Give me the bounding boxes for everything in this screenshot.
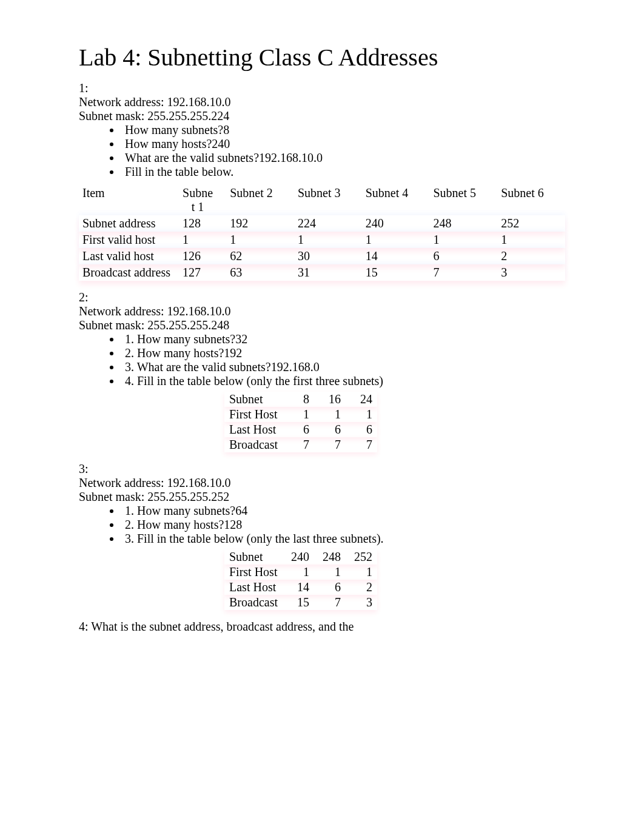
cell: Subnet — [224, 392, 283, 407]
q1-network-address: Network address: 192.168.10.0 — [79, 95, 565, 109]
cell: 7 — [346, 437, 377, 452]
cell: 240 — [283, 549, 314, 565]
q2-bullet-valid: 3. What are the valid subnets?192.168.0 — [121, 360, 565, 374]
cell: First Host — [224, 407, 283, 422]
cell: 1 — [362, 232, 430, 248]
cell: Broadcast address — [79, 264, 179, 281]
q3-bullet-subnets: 1. How many subnets?64 — [121, 504, 565, 518]
cell: 1 — [294, 232, 362, 248]
table-row: Subnet address 128 192 224 240 248 252 — [79, 215, 565, 232]
cell: 1 — [497, 232, 565, 248]
cell: 248 — [429, 215, 497, 232]
cell: 14 — [283, 580, 314, 595]
q2-bullet-hosts: 2. How many hosts?192 — [121, 346, 565, 360]
cell: 192 — [226, 215, 294, 232]
cell: 7 — [314, 437, 346, 452]
cell: 16 — [314, 392, 346, 407]
q4-text: 4: What is the subnet address, broadcast… — [79, 620, 565, 634]
q1-th-sub1: Subnet 1 — [179, 185, 226, 215]
q3-network-address: Network address: 192.168.10.0 — [79, 476, 565, 490]
q3-subnet-mask: Subnet mask: 255.255.255.252 — [79, 490, 565, 504]
table-row: First valid host 1 1 1 1 1 1 — [79, 232, 565, 248]
cell: 3 — [497, 264, 565, 281]
table-row: First Host 1 1 1 — [224, 407, 377, 422]
cell: 63 — [226, 264, 294, 281]
q2-subnet-mask: Subnet mask: 255.255.255.248 — [79, 318, 565, 332]
cell: 1 — [283, 407, 314, 422]
q1-number: 1: — [79, 81, 565, 95]
q2-bullet-subnets: 1. How many subnets?32 — [121, 332, 565, 346]
table-row: Last Host 14 6 2 — [224, 580, 377, 595]
cell: 252 — [346, 549, 377, 565]
cell: 30 — [294, 248, 362, 264]
q1-th-sub3: Subnet 3 — [294, 185, 362, 215]
cell: 6 — [283, 422, 314, 437]
cell: 1 — [226, 232, 294, 248]
cell: Broadcast — [224, 437, 283, 452]
cell: First valid host — [79, 232, 179, 248]
cell: 1 — [314, 407, 346, 422]
cell: 7 — [429, 264, 497, 281]
question-1: 1: Network address: 192.168.10.0 Subnet … — [79, 81, 565, 281]
cell: 3 — [346, 595, 377, 610]
cell: 6 — [314, 422, 346, 437]
cell: 15 — [362, 264, 430, 281]
q3-number: 3: — [79, 462, 565, 476]
q2-table: Subnet 8 16 24 First Host 1 1 1 Last Hos… — [224, 392, 377, 452]
q1-th-sub2: Subnet 2 — [226, 185, 294, 215]
cell: 24 — [346, 392, 377, 407]
cell: 224 — [294, 215, 362, 232]
q1-bullet-subnets: How many subnets?8 — [121, 123, 565, 137]
q1-bullet-fill: Fill in the table below. — [121, 165, 565, 179]
q3-table: Subnet 240 248 252 First Host 1 1 1 Last… — [224, 549, 377, 610]
cell: 14 — [362, 248, 430, 264]
cell: 2 — [497, 248, 565, 264]
cell: 1 — [314, 565, 346, 580]
q1-table: Item Subnet 1 Subnet 2 Subnet 3 Subnet 4… — [79, 185, 565, 281]
cell: 31 — [294, 264, 362, 281]
table-row: Last valid host 126 62 30 14 6 2 — [79, 248, 565, 264]
q1-bullet-hosts: How many hosts?240 — [121, 137, 565, 151]
table-row: Subnet 240 248 252 — [224, 549, 377, 565]
q1-th-item: Item — [79, 185, 179, 215]
cell: Subnet address — [79, 215, 179, 232]
cell: 7 — [283, 437, 314, 452]
q1-th-sub5: Subnet 5 — [429, 185, 497, 215]
cell: 2 — [346, 580, 377, 595]
cell: 8 — [283, 392, 314, 407]
q1-bullet-valid: What are the valid subnets?192.168.10.0 — [121, 151, 565, 165]
table-row: Last Host 6 6 6 — [224, 422, 377, 437]
question-3: 3: Network address: 192.168.10.0 Subnet … — [79, 462, 565, 610]
cell: First Host — [224, 565, 283, 580]
cell: 1 — [283, 565, 314, 580]
table-row: Subnet 8 16 24 — [224, 392, 377, 407]
cell: 1 — [179, 232, 226, 248]
cell: 1 — [346, 407, 377, 422]
q1-th-sub4: Subnet 4 — [362, 185, 430, 215]
table-row: Broadcast address 127 63 31 15 7 3 — [79, 264, 565, 281]
table-row: Broadcast 15 7 3 — [224, 595, 377, 610]
cell: Last valid host — [79, 248, 179, 264]
q2-bullet-fill: 4. Fill in the table below (only the fir… — [121, 374, 565, 388]
cell: 240 — [362, 215, 430, 232]
cell: Last Host — [224, 422, 283, 437]
cell: Last Host — [224, 580, 283, 595]
page-title: Lab 4: Subnetting Class C Addresses — [79, 49, 565, 67]
cell: 128 — [179, 215, 226, 232]
cell: 126 — [179, 248, 226, 264]
cell: 62 — [226, 248, 294, 264]
cell: Subnet — [224, 549, 283, 565]
q3-bullet-hosts: 2. How many hosts?128 — [121, 518, 565, 532]
q1-subnet-mask: Subnet mask: 255.255.255.224 — [79, 109, 565, 123]
cell: 6 — [429, 248, 497, 264]
cell: 252 — [497, 215, 565, 232]
question-4: 4: What is the subnet address, broadcast… — [79, 620, 565, 634]
cell: 1 — [429, 232, 497, 248]
cell: 1 — [346, 565, 377, 580]
cell: 6 — [314, 580, 346, 595]
cell: 6 — [346, 422, 377, 437]
q3-bullet-fill: 3. Fill in the table below (only the las… — [121, 532, 565, 546]
cell: 127 — [179, 264, 226, 281]
cell: 7 — [314, 595, 346, 610]
cell: 15 — [283, 595, 314, 610]
